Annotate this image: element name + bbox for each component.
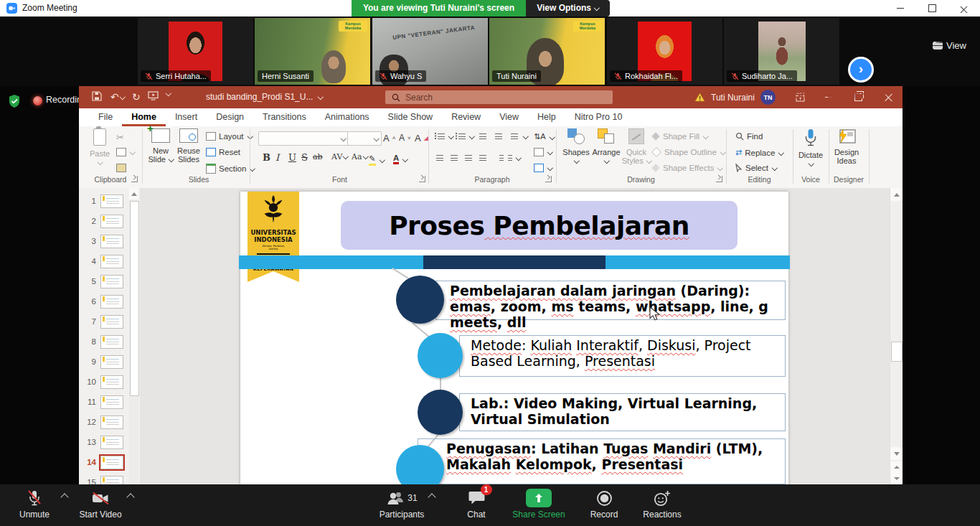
copy-button[interactable] bbox=[116, 148, 135, 156]
customize-quick-access-button[interactable] bbox=[166, 91, 171, 95]
layout-button[interactable]: Layout bbox=[206, 132, 252, 141]
thumbnail-preview[interactable] bbox=[100, 255, 123, 268]
tab-slide-show[interactable]: Slide Show bbox=[379, 108, 443, 126]
next-videos-button[interactable]: › bbox=[850, 59, 872, 80]
participants-button[interactable]: 31Participants bbox=[367, 488, 436, 520]
thumbnail-scrollbar-thumb[interactable] bbox=[130, 201, 139, 396]
scroll-down-button[interactable] bbox=[890, 447, 903, 460]
thumbnail-preview[interactable] bbox=[100, 355, 123, 369]
redo-button[interactable]: ↻ bbox=[132, 91, 141, 103]
underline-button[interactable]: U bbox=[288, 152, 296, 163]
gallery-view-button[interactable]: View bbox=[933, 40, 966, 51]
meeting-security-shield-icon[interactable] bbox=[7, 94, 22, 111]
font-size-combobox[interactable] bbox=[347, 131, 382, 146]
participant-tile[interactable]: Kampus MerdekaTuti Nuraini bbox=[489, 18, 605, 85]
tab-nitro-pro-10[interactable]: Nitro Pro 10 bbox=[565, 108, 632, 126]
slide[interactable]: UNIVERSITASINDONESIA Veritas, Probitas, … bbox=[240, 192, 788, 484]
select-button[interactable]: Select bbox=[735, 164, 776, 172]
tab-file[interactable]: File bbox=[89, 108, 122, 126]
font-dialog-launcher[interactable] bbox=[419, 176, 425, 182]
cut-button[interactable]: ✂ bbox=[116, 132, 124, 143]
justify-button[interactable] bbox=[478, 154, 488, 161]
decrease-font-size-button[interactable]: A˅ bbox=[399, 133, 411, 143]
bold-button[interactable]: B bbox=[263, 152, 270, 163]
shape-outline-button[interactable]: Shape Outline bbox=[653, 148, 725, 156]
strikethrough-button[interactable]: S bbox=[301, 152, 308, 163]
tab-insert[interactable]: Insert bbox=[166, 108, 207, 126]
line-spacing-button[interactable] bbox=[509, 132, 528, 140]
thumbnail-preview[interactable] bbox=[100, 476, 123, 485]
clear-formatting-button[interactable]: A◢ bbox=[415, 133, 428, 144]
numbering-button[interactable] bbox=[456, 132, 474, 140]
decrease-indent-button[interactable] bbox=[478, 132, 488, 140]
thumbnail-preview[interactable] bbox=[100, 315, 123, 329]
shape-fill-button[interactable]: Shape Fill bbox=[653, 132, 708, 141]
thumbnail-preview[interactable] bbox=[100, 395, 123, 409]
paste-button[interactable]: Paste bbox=[85, 128, 115, 182]
slide-title-box[interactable]: Proses Pembelajaran bbox=[341, 201, 738, 250]
shapes-button[interactable]: Shapes bbox=[561, 128, 591, 182]
font-color-button[interactable]: A bbox=[393, 154, 407, 164]
thumbnail-scrollbar[interactable] bbox=[129, 188, 138, 484]
find-button[interactable]: Find bbox=[735, 132, 763, 141]
participant-tile[interactable]: Sudiharto Ja... bbox=[724, 18, 839, 85]
window-close-button[interactable] bbox=[948, 0, 980, 17]
text-direction-button[interactable]: ⇅A bbox=[534, 132, 554, 141]
drawing-dialog-launcher[interactable] bbox=[716, 176, 722, 182]
italic-button[interactable]: I bbox=[275, 152, 279, 163]
scroll-up-icon[interactable] bbox=[129, 188, 138, 199]
align-center-button[interactable] bbox=[449, 154, 459, 161]
paragraph-dialog-launcher[interactable] bbox=[545, 176, 552, 182]
change-case-button[interactable]: Aa bbox=[352, 152, 367, 161]
thumbnail-preview[interactable] bbox=[100, 215, 123, 228]
share-button[interactable]: Share bbox=[782, 86, 820, 104]
columns-button[interactable] bbox=[498, 154, 521, 161]
thumbnail-preview[interactable] bbox=[100, 436, 123, 449]
reset-button[interactable]: Reset bbox=[206, 148, 240, 156]
quick-styles-button[interactable]: Quick Styles bbox=[621, 128, 651, 182]
share-screen-button[interactable]: Share Screen bbox=[504, 488, 573, 520]
account-area[interactable]: Tuti Nuraini TN bbox=[694, 90, 776, 105]
reuse-slides-button[interactable]: Reuse Slides bbox=[174, 128, 203, 182]
window-minimize-button[interactable] bbox=[884, 0, 916, 17]
shape-effects-button[interactable]: Shape Effects bbox=[653, 164, 722, 172]
scroll-up-button[interactable] bbox=[890, 188, 903, 201]
reactions-button[interactable]: Reactions bbox=[628, 488, 697, 520]
participant-tile[interactable]: Kampus MerdekaHerni Susanti bbox=[255, 18, 370, 85]
clipboard-dialog-launcher[interactable] bbox=[131, 176, 138, 182]
document-title[interactable]: studi banding_Prodi S1_U... bbox=[206, 92, 323, 102]
thumbnail-preview[interactable] bbox=[100, 235, 123, 248]
save-button[interactable] bbox=[92, 91, 102, 101]
thumbnail-preview[interactable] bbox=[100, 415, 123, 429]
thumbnail-preview[interactable] bbox=[100, 194, 123, 208]
thumbnail-preview[interactable] bbox=[100, 295, 123, 309]
increase-indent-button[interactable] bbox=[494, 132, 504, 140]
new-slide-button[interactable]: New Slide bbox=[147, 128, 174, 182]
start-slideshow-button[interactable] bbox=[148, 91, 159, 100]
comments-button[interactable]: Comments bbox=[827, 86, 887, 104]
search-input[interactable]: Search bbox=[385, 90, 613, 104]
tab-home[interactable]: Home bbox=[122, 108, 166, 126]
align-left-button[interactable] bbox=[435, 154, 445, 161]
chat-button[interactable]: 1Chat bbox=[442, 488, 511, 520]
thumbnail-preview[interactable] bbox=[100, 375, 123, 389]
bullets-button[interactable] bbox=[435, 132, 453, 140]
tab-animations[interactable]: Animations bbox=[316, 108, 379, 126]
character-spacing-button[interactable]: AV bbox=[331, 152, 348, 161]
avatar[interactable]: TN bbox=[760, 90, 776, 105]
participant-tile[interactable]: UPN "VETERAN" JAKARTAWahyu S bbox=[372, 18, 488, 85]
font-name-combobox[interactable] bbox=[258, 131, 349, 146]
scrollbar-thumb[interactable] bbox=[891, 342, 903, 362]
strikethrough-ab-button[interactable]: ab bbox=[313, 152, 323, 161]
format-painter-button[interactable] bbox=[116, 164, 126, 172]
convert-to-smartart-button[interactable] bbox=[534, 164, 552, 172]
previous-slide-button[interactable] bbox=[890, 461, 903, 473]
tab-help[interactable]: Help bbox=[528, 108, 565, 126]
thumbnail-preview[interactable] bbox=[100, 275, 123, 288]
tab-review[interactable]: Review bbox=[442, 108, 490, 126]
design-ideas-button[interactable]: Design Ideas bbox=[831, 128, 862, 182]
increase-font-size-button[interactable]: A˄ bbox=[383, 133, 395, 144]
window-maximize-button[interactable] bbox=[916, 0, 948, 17]
arrange-button[interactable]: Arrange bbox=[591, 128, 621, 182]
dictate-button[interactable]: Dictate bbox=[796, 128, 826, 182]
